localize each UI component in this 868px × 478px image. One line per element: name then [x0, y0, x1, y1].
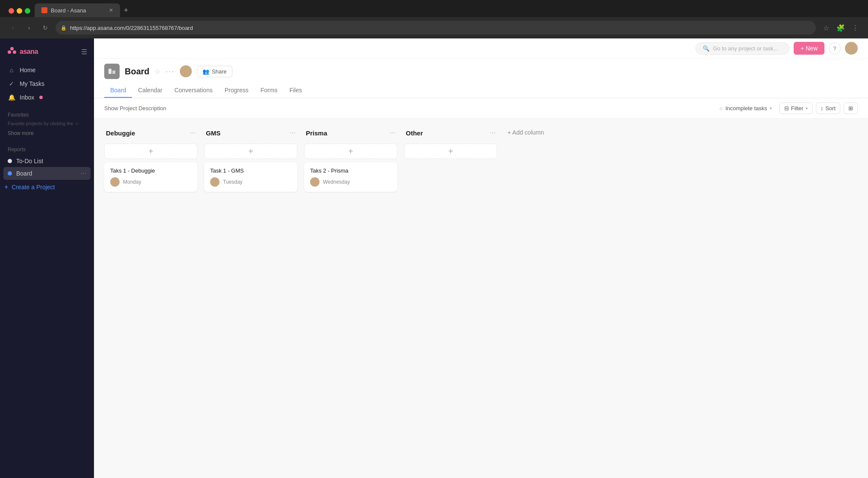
share-button[interactable]: 👥 Share	[197, 66, 232, 77]
column-gms-more-icon[interactable]: ···	[290, 129, 296, 137]
add-task-prisma-button[interactable]: +	[304, 144, 397, 159]
filter-chevron-icon: ▾	[806, 106, 808, 111]
filter-icon: ⊟	[784, 105, 789, 111]
tab-board[interactable]: Board	[104, 83, 132, 98]
close-traffic-light[interactable]	[9, 8, 14, 14]
task-avatar-taks1-debuggie	[110, 177, 120, 187]
asana-wordmark: asana	[20, 48, 38, 56]
task-card-taks2-prisma[interactable]: Taks 2 - Prisma Wednesday	[304, 162, 397, 192]
show-more-link[interactable]: Show more	[0, 129, 94, 141]
lock-icon: 🔒	[61, 25, 67, 31]
url-text: https://app.asana.com/0/228631155768767/…	[70, 25, 193, 31]
global-search-input[interactable]: 🔍 Go to any project or task...	[695, 42, 789, 55]
address-bar[interactable]: 🔒 https://app.asana.com/0/22863115576876…	[56, 21, 816, 35]
task-title-task1-gms: Task 1 - GMS	[210, 167, 291, 174]
extension-icon[interactable]: 🧩	[835, 22, 847, 34]
task-date-taks1-debuggie: Monday	[123, 179, 141, 185]
task-date-taks2-prisma: Wednesday	[323, 179, 350, 185]
add-task-other-button[interactable]: +	[404, 144, 497, 159]
refresh-button[interactable]: ↻	[39, 22, 51, 34]
sort-icon: ↕	[821, 105, 824, 111]
inbox-icon: 🔔	[8, 94, 15, 101]
share-icon: 👥	[202, 68, 209, 75]
forward-button[interactable]: ›	[23, 22, 35, 34]
sidebar-item-my-tasks[interactable]: ✓ My Tasks	[3, 77, 91, 91]
view-toggle-icon: ⊞	[848, 105, 853, 111]
add-task-gms-button[interactable]: +	[204, 144, 297, 159]
tab-close-icon[interactable]: ✕	[109, 7, 113, 13]
sidebar-home-label: Home	[20, 67, 35, 73]
reports-section-label: Reports	[0, 141, 94, 154]
column-gms-header: GMS ···	[204, 126, 297, 140]
sidebar-item-to-do-list[interactable]: To-Do List	[3, 155, 91, 167]
back-button[interactable]: ‹	[7, 22, 19, 34]
filter-label: Filter	[791, 105, 803, 111]
help-button[interactable]: ?	[829, 42, 841, 54]
new-button[interactable]: + New	[794, 42, 824, 55]
column-prisma: Prisma ··· + Taks 2 - Prisma Wednesday	[304, 126, 397, 195]
inbox-badge	[39, 96, 43, 99]
incomplete-tasks-button[interactable]: ○ Incomplete tasks ▾	[715, 103, 776, 114]
bookmark-icon[interactable]: ☆	[820, 22, 832, 34]
favorites-hint: Favorite projects by clicking the ☆	[0, 120, 94, 129]
board-more-icon[interactable]: ···	[81, 170, 86, 177]
sidebar-toggle-button[interactable]: ☰	[81, 48, 87, 56]
tab-title: Board - Asana	[51, 7, 86, 14]
column-gms: GMS ··· + Task 1 - GMS Tuesday	[204, 126, 297, 195]
view-toggle-button[interactable]: ⊞	[844, 103, 858, 114]
add-column-button[interactable]: + Add column	[504, 126, 547, 139]
to-do-list-label: To-Do List	[16, 158, 43, 164]
favorites-section-label: Favorites	[0, 106, 94, 120]
main-content: 🔍 Go to any project or task... + New ? B…	[94, 38, 868, 478]
column-debuggie-title: Debuggie	[106, 129, 135, 137]
sidebar-item-home[interactable]: ⌂ Home	[3, 63, 91, 77]
project-more-icon[interactable]: ···	[166, 67, 175, 76]
tab-calendar[interactable]: Calendar	[132, 83, 168, 98]
menu-icon[interactable]: ⋮	[849, 22, 861, 34]
project-star-icon[interactable]: ☆	[155, 67, 161, 76]
sidebar-inbox-label: Inbox	[20, 94, 34, 101]
svg-point-1	[8, 50, 11, 54]
active-tab[interactable]: Board - Asana ✕	[35, 3, 120, 17]
column-debuggie-more-icon[interactable]: ···	[190, 129, 196, 137]
sidebar-header: asana ☰	[0, 38, 94, 62]
sidebar-item-inbox[interactable]: 🔔 Inbox	[3, 91, 91, 104]
task-card-taks1-debuggie[interactable]: Taks 1 - Debuggie Monday	[104, 162, 197, 192]
asana-logo: asana	[7, 45, 38, 58]
board-label: Board	[16, 170, 32, 177]
project-owner-avatar	[180, 65, 192, 77]
user-avatar-top[interactable]	[845, 42, 858, 55]
create-project-button[interactable]: + Create a Project	[0, 181, 94, 194]
column-prisma-more-icon[interactable]: ···	[390, 129, 396, 137]
sidebar-item-board[interactable]: Board ···	[3, 167, 91, 180]
sort-button[interactable]: ↕ Sort	[816, 103, 840, 114]
show-description-button[interactable]: Show Project Description	[104, 105, 166, 111]
asana-logo-mark	[7, 45, 17, 58]
board-content: Debuggie ··· + Taks 1 - Debuggie Monday …	[94, 119, 868, 478]
column-prisma-title: Prisma	[306, 129, 327, 137]
my-tasks-icon: ✓	[8, 80, 15, 88]
top-bar: 🔍 Go to any project or task... + New ?	[94, 38, 868, 59]
tab-favicon	[41, 7, 47, 13]
to-do-list-dot	[8, 159, 12, 163]
minimize-traffic-light[interactable]	[17, 8, 22, 14]
toolbar-right: ○ Incomplete tasks ▾ ⊟ Filter ▾ ↕ Sort ⊞	[715, 103, 858, 114]
browser-chrome: Board - Asana ✕ + ‹ › ↻ 🔒 https://app.as…	[0, 0, 868, 38]
add-task-debuggie-button[interactable]: +	[104, 144, 197, 159]
column-prisma-header: Prisma ···	[304, 126, 397, 140]
sort-label: Sort	[825, 105, 836, 111]
traffic-lights	[4, 8, 35, 14]
search-placeholder: Go to any project or task...	[713, 45, 778, 52]
svg-point-0	[10, 47, 14, 50]
tab-files[interactable]: Files	[283, 83, 308, 98]
filter-button[interactable]: ⊟ Filter ▾	[780, 103, 812, 114]
maximize-traffic-light[interactable]	[25, 8, 30, 14]
tab-progress[interactable]: Progress	[219, 83, 255, 98]
task-avatar-task1-gms	[210, 177, 220, 187]
new-tab-button[interactable]: +	[120, 4, 132, 16]
column-other-more-icon[interactable]: ···	[490, 129, 496, 137]
tab-conversations[interactable]: Conversations	[168, 83, 219, 98]
task-card-task1-gms[interactable]: Task 1 - GMS Tuesday	[204, 162, 297, 192]
home-icon: ⌂	[8, 66, 15, 74]
tab-forms[interactable]: Forms	[255, 83, 284, 98]
